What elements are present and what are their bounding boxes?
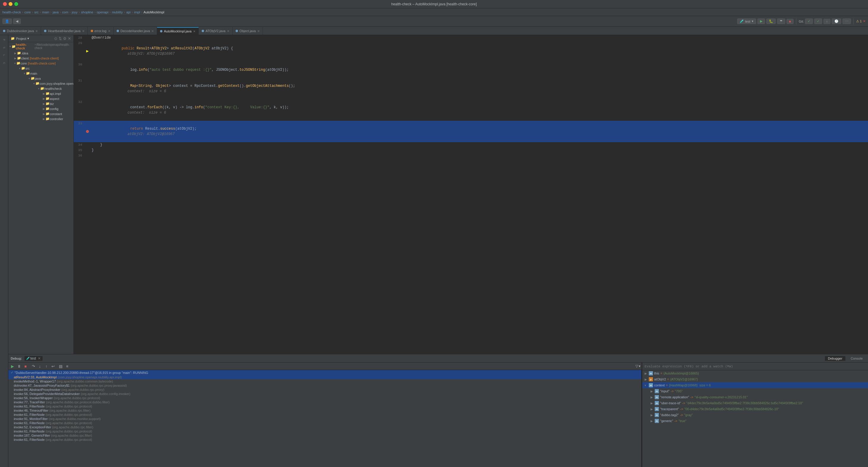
var-traceparent[interactable]: ▶ m "traceparent" -> "00-d4dec79c3fe5e4a…	[642, 406, 868, 412]
pause-button[interactable]: ⏸	[16, 363, 22, 369]
breadcrumb-joyy[interactable]: joyy	[72, 10, 78, 14]
tab-auto-mock-impl[interactable]: AutoMockImpl.java ✕	[157, 27, 199, 35]
tree-biz[interactable]: ▶ 📁 biz	[8, 101, 73, 106]
sidebar-expand[interactable]: ⇅	[59, 36, 62, 41]
structure-rail-icon[interactable]: S	[1, 44, 8, 51]
var-this[interactable]: ▶ m this = {AutoMockImpl@16865}	[642, 370, 868, 376]
git-check2[interactable]: ✓	[814, 19, 822, 24]
var-remote-app[interactable]: ▶ m "remote.application" -> "sl-quality-…	[642, 394, 868, 400]
tree-core[interactable]: ▾ 📁 core [health-check-core]	[8, 61, 73, 66]
tree-healthcheck[interactable]: ▾ 📁 healthcheck	[8, 86, 73, 91]
breadcrumb-core[interactable]: core	[24, 10, 31, 14]
var-dubbo-tag[interactable]: ▶ m "dubbo.tag2" -> "gray"	[642, 412, 868, 418]
run-config[interactable]: 🧪 test ▾	[737, 19, 756, 24]
tab-error-log[interactable]: error.log ✕	[88, 27, 114, 35]
var-generic[interactable]: ▶ m "generic" -> "true"	[642, 418, 868, 424]
tree-java[interactable]: ▾ 📁 java	[8, 76, 73, 81]
var-atobjv2[interactable]: ▶ p atObjV2 = {ATObjV2@16967}	[642, 376, 868, 382]
sidebar-dropdown[interactable]: ▾	[27, 37, 29, 40]
step-into[interactable]: ↓	[37, 363, 43, 369]
eval-input[interactable]	[645, 365, 866, 368]
stop-button[interactable]: ■	[786, 19, 794, 24]
tree-src[interactable]: ▾ 📁 src	[8, 66, 73, 71]
tree-idea[interactable]: ▶ 📁 .idea	[8, 51, 73, 56]
eval-bar[interactable]	[642, 363, 868, 370]
var-input[interactable]: ▶ m "input" -> "795"	[642, 388, 868, 394]
frame-1[interactable]: invokeMethod:-1, Wrapper17 (org.apache.d…	[8, 379, 641, 383]
leetcode-rail-icon[interactable]: L	[1, 52, 8, 59]
breadcrumb-impl[interactable]: impl	[134, 10, 140, 14]
frame-8[interactable]: invoke:46, TimeoutFilter (org.apache.dub…	[8, 408, 641, 412]
tab-close[interactable]: ✕	[193, 30, 195, 33]
frames-btn[interactable]: ▤	[58, 363, 64, 369]
tree-aspect[interactable]: ▶ 📁 aspect	[8, 96, 73, 101]
commit-rail-icon[interactable]: C	[1, 60, 8, 67]
breadcrumb-openapi[interactable]: openapi	[97, 10, 108, 14]
run-to-cursor[interactable]: ↩	[50, 363, 56, 369]
debug-session[interactable]: 🧪 test ✕	[24, 356, 42, 361]
breadcrumb-src[interactable]: src	[34, 10, 39, 14]
resume-button[interactable]: ▶	[9, 363, 16, 369]
maximize-button[interactable]	[14, 2, 18, 6]
tab-close[interactable]: ✕	[82, 29, 85, 33]
tab-decode-handler[interactable]: DecodeHandler.java ✕	[114, 27, 157, 35]
tab-close[interactable]: ✕	[257, 29, 260, 33]
debug-session-close[interactable]: ✕	[38, 356, 41, 361]
breadcrumb-main[interactable]: main	[42, 10, 49, 14]
breadcrumb-niubility[interactable]: niubility	[112, 10, 123, 14]
thread-main[interactable]: ✓ "DubboServerHandler-10.98.212.200:2088…	[8, 370, 641, 375]
tree-controller[interactable]: ▶ 📁 controller	[8, 116, 73, 121]
step-out[interactable]: ↑	[43, 363, 50, 369]
frame-12[interactable]: invoke:52, ExceptionFilter (org.apache.d…	[8, 425, 641, 429]
minimize-button[interactable]	[9, 2, 12, 6]
tab-object[interactable]: Object.java ✕	[232, 27, 263, 35]
sidebar-sync[interactable]: ⊙	[54, 36, 57, 41]
frame-7[interactable]: invoke:61, FilterNode (org.apache.dubbo.…	[8, 404, 641, 408]
breakpoint[interactable]	[86, 130, 89, 133]
tab-close[interactable]: ✕	[227, 29, 229, 33]
tab-close[interactable]: ✕	[108, 29, 111, 33]
tab-debugger[interactable]: Debugger	[825, 356, 845, 361]
git-history[interactable]: 🕐	[832, 19, 841, 24]
settings-btn[interactable]: ≡	[64, 363, 70, 369]
frame-2[interactable]: doInvoke:47, JavassistProxyFactory$1 (or…	[8, 383, 641, 387]
run-button[interactable]: ▶	[757, 19, 765, 24]
stop-debug-button[interactable]: ■	[23, 363, 29, 369]
user-icon-button[interactable]: 👤	[2, 19, 12, 24]
frame-3[interactable]: invoke:84, AbstractProxyInvoker (org.apa…	[8, 387, 641, 392]
tree-api-impl[interactable]: ▶ 📁 api.impl	[8, 91, 73, 96]
tree-main[interactable]: ▾ 📁 main	[8, 71, 73, 76]
tree-root[interactable]: ▾ 📁 health-check ~/file/code/openapi/hea…	[8, 42, 73, 51]
frame-0[interactable]: atResultV2:33, AutoMockImpl (com.joyy.sh…	[8, 375, 641, 379]
back-button[interactable]: ◀	[13, 19, 21, 24]
breadcrumb-shopline[interactable]: shopline	[81, 10, 93, 14]
filter-icon[interactable]: ▽	[636, 364, 638, 368]
frame-11[interactable]: invoke:61, FilterNode (org.apache.dubbo.…	[8, 421, 641, 425]
project-rail-icon[interactable]: P	[1, 36, 8, 43]
git-push[interactable]: ↑	[824, 19, 831, 24]
frame-4[interactable]: invoke:56, DelegateProviderMetaDataInvok…	[8, 392, 641, 396]
git-more[interactable]: ⋯	[842, 19, 851, 24]
tab-console[interactable]: Console	[848, 356, 866, 361]
sidebar-settings[interactable]: ⚙	[63, 36, 67, 41]
var-uber-trace[interactable]: ▶ m "uber-trace-id" -> "d4dec79c3fe5e4a6…	[642, 400, 868, 406]
tree-client[interactable]: ▶ 📁 client [health-check-client]	[8, 56, 73, 61]
frame-5[interactable]: invoke:56, InvokerWrapper (org.apache.du…	[8, 396, 641, 400]
step-over[interactable]: ↷	[30, 363, 36, 369]
frame-9[interactable]: invoke:61, FilterNode (org.apache.dubbo.…	[8, 412, 641, 417]
breadcrumb-api[interactable]: api	[126, 10, 131, 14]
tab-atobj-v2[interactable]: ATObjV2.java ✕	[199, 27, 232, 35]
frame-10[interactable]: invoke:91, MonitorFilter (org.apache.dub…	[8, 417, 641, 421]
tab-dubbo-invoker[interactable]: DubboInvoker.java ✕	[0, 27, 41, 35]
tree-config[interactable]: ▶ 📁 config	[8, 106, 73, 111]
frame-14[interactable]: invoke:187, GenericFilter (org.apache.du…	[8, 433, 641, 438]
coverage-button[interactable]: ☂	[777, 19, 785, 24]
breadcrumb-java[interactable]: java	[53, 10, 59, 14]
tree-com-pkg[interactable]: ▾ 📁 com.joyy.shopline.openapi	[8, 81, 73, 86]
frame-6[interactable]: invoke:77, TraceFilter (org.apache.dubbo…	[8, 400, 641, 404]
breadcrumb-automockimpl[interactable]: AutoMockImpl	[144, 10, 164, 14]
git-check1[interactable]: ✓	[805, 19, 813, 24]
tab-close[interactable]: ✕	[35, 29, 38, 33]
code-editor[interactable]: 28 @Override 29 ▶ public Result<ATObjV2>…	[74, 35, 868, 354]
frame-13[interactable]: invoke:61, FilterNode (org.apache.dubbo.…	[8, 429, 641, 433]
